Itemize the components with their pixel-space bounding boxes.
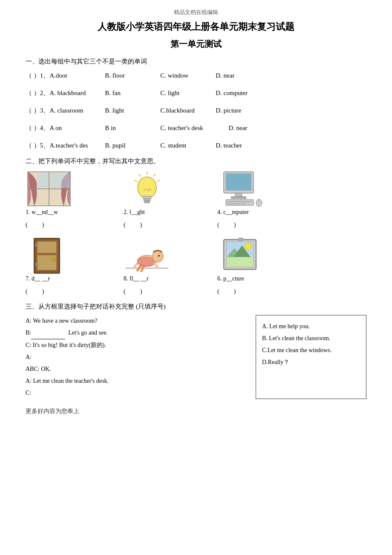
q4-bracket: （ ）4、 [26,122,49,134]
section2-title: 二、把下列单词不中完整，并写出其中文意思。 [26,157,366,165]
question-4: （ ）4、 A on B in C. teacher's desk D. nea… [26,122,366,134]
svg-rect-11 [143,196,151,199]
q2-optD: D. computer [216,87,271,99]
svg-line-6 [153,174,156,176]
question-1: （ ）1、 A.door B. floor C. window D. near [26,70,366,81]
paren7-close: ) [42,288,44,295]
img-computer [209,170,294,208]
blank8-label: 8. fl__ __r [124,275,149,282]
choice-C: C.Let me clean the windows. [262,344,360,356]
q2-optA: A. blackboard [49,87,105,99]
svg-point-34 [137,257,154,266]
paren2-close: ) [140,222,142,228]
blank-7: 7. d__ __r [26,275,111,282]
svg-rect-17 [231,197,246,199]
blank6-label: 6. p__cture [217,275,244,282]
svg-rect-16 [235,193,242,197]
svg-rect-15 [226,173,251,191]
q1-optC: C. window [160,70,216,81]
svg-rect-12 [144,199,150,201]
paren8-open: ( [124,288,126,295]
blank-6: 6. p__cture [209,275,294,282]
paren1-close: ) [42,222,44,228]
svg-point-10 [138,177,156,198]
img-crawl [111,236,209,275]
section3: 三、从方框里选择句子把对话补充完整 (只填序号) A: We have a ne… [26,303,366,399]
q5-bracket: （ ）5、 [26,140,49,151]
paren2-open: ( [124,222,126,228]
img-window [26,170,111,208]
picture-icon [217,236,264,275]
q3-optA: A. classroom [49,105,105,116]
svg-rect-13 [144,201,150,203]
blank-8: 8. fl__ __r [111,275,209,282]
computer-icon [217,170,264,208]
paren1-space [29,222,41,228]
images-row2 [26,236,366,275]
svg-line-9 [134,180,137,182]
q2-optB: B. fan [105,87,160,99]
parens-row2: ( ) ( ) ( ) [26,288,366,295]
footer-note: 更多好内容为您奉上 [26,408,366,415]
svg-rect-29 [35,263,37,267]
dialog-choices-box: A. Let me help you. B. Let's clean the c… [256,315,366,399]
parens-row1: ( ) ( ) ( ) [26,222,366,228]
paren7-open: ( [26,288,28,295]
q5-optA: A.teacher's des [49,140,105,151]
paren8-space [127,288,139,295]
paren4-close: ) [234,222,236,228]
paren-4: ( ) [209,222,294,228]
choice-B: B. Let's clean the classroom. [262,332,360,344]
section1: 一、选出每组中与其它三个不是一类的单词 （ ）1、 A.door B. floo… [26,58,366,151]
choice-D: D.Really？ [262,356,360,368]
section1-title: 一、选出每组中与其它三个不是一类的单词 [26,58,366,66]
window-icon [26,170,72,208]
svg-rect-26 [37,255,57,270]
paren6-close: ) [234,288,236,295]
blank-2: 2. l__ght [111,209,209,216]
q2-optC: C. light [160,87,216,99]
q3-optD: D. picture [216,105,271,116]
choice-A: A. Let me help you. [262,321,360,332]
dialog-line-4: A: [26,351,247,363]
q5-optD: D. teacher [216,140,271,151]
svg-rect-4 [50,173,69,188]
svg-line-7 [157,180,160,182]
light-icon [124,170,170,208]
question-3: （ ）3、 A. classroom B. light C.blackboard… [26,105,366,116]
q1-optB: B. floor [105,70,160,81]
sub-title: 第一单元测试 [26,38,366,50]
paren2-space [127,222,139,228]
dialog-line-6: A: Let me clean the teacher's desk. [26,375,247,387]
q4-optC: C. teacher's desk [160,122,228,134]
q4-optB: B in [105,122,160,134]
dialog-left: A: We have a new classroom? B: Let's go … [26,315,247,399]
svg-line-8 [138,174,141,176]
svg-rect-20 [227,203,246,205]
main-title: 人教版小学英语四年级上册各单元期末复习试题 [26,20,366,33]
svg-point-27 [52,258,55,261]
section3-title: 三、从方框里选择句子把对话补充完整 (只填序号) [26,303,366,311]
images-row1 [26,170,366,208]
svg-rect-42 [239,238,243,241]
q3-optB: B. light [105,105,160,116]
svg-rect-28 [35,243,37,247]
blank-b [31,327,65,339]
blanks-row2: 7. d__ __r 8. fl__ __r 6. p__cture [26,275,366,282]
dialog-line-2: B: Let's go and see. [26,327,247,339]
question-2: （ ）2、 A. blackboard B. fan C. light D. c… [26,87,366,99]
svg-point-33 [158,255,160,257]
img-light [111,170,209,208]
blanks-row1: 1. w__nd__w 2. l__ght 4. c__mputer [26,209,366,216]
paren-8: ( ) [111,288,209,295]
paren8-close: ) [140,288,142,295]
blank4-label: 4. c__mputer [217,209,249,216]
dialog-line-3: C: It's so big! But it's dirty(脏的). [26,339,247,351]
q5-optB: B. pupil [105,140,160,151]
dialog-container: A: We have a new classroom? B: Let's go … [26,315,366,399]
door-icon [26,236,72,275]
q3-bracket: （ ）3、 [26,105,49,116]
dialog-line-1: A: We have a new classroom? [26,315,247,327]
paren-2: ( ) [111,222,209,228]
q3-optC: C.blackboard [160,105,216,116]
